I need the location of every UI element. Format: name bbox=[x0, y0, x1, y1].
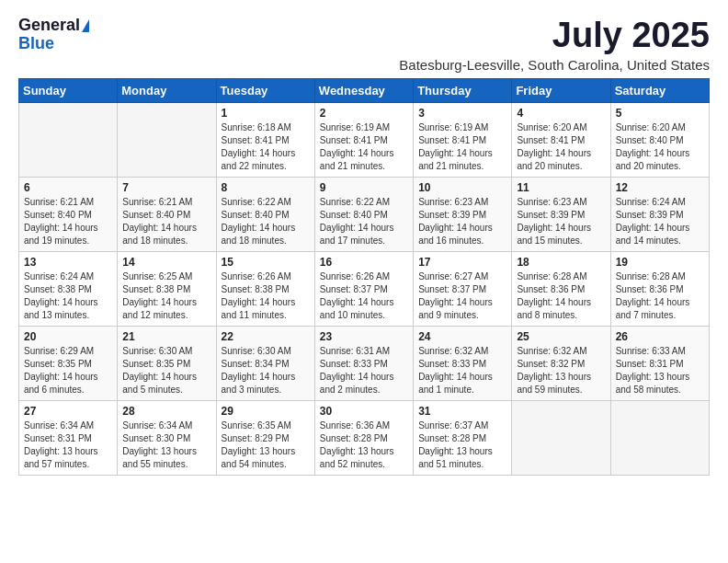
calendar-header-sunday: Sunday bbox=[19, 78, 118, 102]
day-info: Sunrise: 6:36 AM Sunset: 8:28 PM Dayligh… bbox=[320, 419, 408, 471]
day-number: 2 bbox=[320, 107, 408, 120]
day-info: Sunrise: 6:24 AM Sunset: 8:38 PM Dayligh… bbox=[24, 270, 112, 322]
calendar-day-cell: 27Sunrise: 6:34 AM Sunset: 8:31 PM Dayli… bbox=[19, 400, 118, 475]
calendar-day-cell: 15Sunrise: 6:26 AM Sunset: 8:38 PM Dayli… bbox=[216, 251, 314, 326]
day-number: 19 bbox=[616, 256, 704, 269]
day-number: 5 bbox=[616, 107, 704, 120]
day-info: Sunrise: 6:21 AM Sunset: 8:40 PM Dayligh… bbox=[122, 196, 210, 247]
calendar-day-cell: 1Sunrise: 6:18 AM Sunset: 8:41 PM Daylig… bbox=[216, 102, 314, 177]
calendar-day-cell: 8Sunrise: 6:22 AM Sunset: 8:40 PM Daylig… bbox=[216, 177, 314, 251]
calendar-day-cell: 17Sunrise: 6:27 AM Sunset: 8:37 PM Dayli… bbox=[414, 251, 512, 326]
header: General Blue July 2025 Batesburg-Leesvil… bbox=[18, 17, 710, 73]
day-number: 8 bbox=[222, 181, 310, 194]
day-number: 9 bbox=[320, 181, 408, 194]
day-number: 21 bbox=[122, 330, 210, 343]
day-number: 24 bbox=[418, 330, 506, 343]
day-info: Sunrise: 6:37 AM Sunset: 8:28 PM Dayligh… bbox=[418, 419, 506, 471]
day-number: 1 bbox=[222, 107, 310, 120]
day-info: Sunrise: 6:30 AM Sunset: 8:35 PM Dayligh… bbox=[122, 345, 210, 396]
day-info: Sunrise: 6:23 AM Sunset: 8:39 PM Dayligh… bbox=[418, 196, 506, 247]
calendar-day-cell: 9Sunrise: 6:22 AM Sunset: 8:40 PM Daylig… bbox=[314, 177, 413, 251]
calendar-day-cell: 25Sunrise: 6:32 AM Sunset: 8:32 PM Dayli… bbox=[512, 326, 610, 400]
calendar-day-cell: 5Sunrise: 6:20 AM Sunset: 8:40 PM Daylig… bbox=[610, 102, 709, 177]
day-info: Sunrise: 6:23 AM Sunset: 8:39 PM Dayligh… bbox=[517, 196, 605, 247]
day-info: Sunrise: 6:34 AM Sunset: 8:30 PM Dayligh… bbox=[122, 419, 210, 471]
day-info: Sunrise: 6:25 AM Sunset: 8:38 PM Dayligh… bbox=[122, 270, 210, 322]
calendar-day-cell: 31Sunrise: 6:37 AM Sunset: 8:28 PM Dayli… bbox=[414, 400, 512, 475]
calendar-day-cell bbox=[118, 102, 216, 177]
calendar-day-cell: 24Sunrise: 6:32 AM Sunset: 8:33 PM Dayli… bbox=[414, 326, 512, 400]
calendar-week-row: 13Sunrise: 6:24 AM Sunset: 8:38 PM Dayli… bbox=[19, 251, 710, 326]
day-number: 3 bbox=[418, 107, 506, 120]
page: General Blue July 2025 Batesburg-Leesvil… bbox=[0, 0, 728, 563]
calendar-day-cell bbox=[19, 102, 118, 177]
day-info: Sunrise: 6:29 AM Sunset: 8:35 PM Dayligh… bbox=[24, 345, 112, 396]
calendar-week-row: 27Sunrise: 6:34 AM Sunset: 8:31 PM Dayli… bbox=[19, 400, 710, 475]
day-number: 18 bbox=[517, 256, 605, 269]
calendar-day-cell: 29Sunrise: 6:35 AM Sunset: 8:29 PM Dayli… bbox=[216, 400, 314, 475]
calendar-day-cell: 3Sunrise: 6:19 AM Sunset: 8:41 PM Daylig… bbox=[414, 102, 512, 177]
day-number: 25 bbox=[517, 330, 605, 343]
calendar-week-row: 20Sunrise: 6:29 AM Sunset: 8:35 PM Dayli… bbox=[19, 326, 710, 400]
calendar-day-cell: 10Sunrise: 6:23 AM Sunset: 8:39 PM Dayli… bbox=[414, 177, 512, 251]
day-info: Sunrise: 6:22 AM Sunset: 8:40 PM Dayligh… bbox=[222, 196, 310, 247]
day-number: 30 bbox=[320, 405, 408, 418]
calendar-day-cell: 28Sunrise: 6:34 AM Sunset: 8:30 PM Dayli… bbox=[118, 400, 216, 475]
calendar-day-cell: 19Sunrise: 6:28 AM Sunset: 8:36 PM Dayli… bbox=[610, 251, 709, 326]
day-info: Sunrise: 6:19 AM Sunset: 8:41 PM Dayligh… bbox=[320, 121, 408, 173]
calendar-header-monday: Monday bbox=[118, 78, 216, 102]
calendar-day-cell: 18Sunrise: 6:28 AM Sunset: 8:36 PM Dayli… bbox=[512, 251, 610, 326]
calendar-day-cell: 14Sunrise: 6:25 AM Sunset: 8:38 PM Dayli… bbox=[118, 251, 216, 326]
calendar-day-cell: 21Sunrise: 6:30 AM Sunset: 8:35 PM Dayli… bbox=[118, 326, 216, 400]
day-info: Sunrise: 6:19 AM Sunset: 8:41 PM Dayligh… bbox=[418, 121, 506, 173]
calendar-header-thursday: Thursday bbox=[414, 78, 512, 102]
calendar-day-cell: 2Sunrise: 6:19 AM Sunset: 8:41 PM Daylig… bbox=[314, 102, 413, 177]
logo-blue-text: Blue bbox=[18, 35, 54, 53]
calendar-day-cell: 6Sunrise: 6:21 AM Sunset: 8:40 PM Daylig… bbox=[19, 177, 118, 251]
day-info: Sunrise: 6:35 AM Sunset: 8:29 PM Dayligh… bbox=[222, 419, 310, 471]
day-info: Sunrise: 6:32 AM Sunset: 8:32 PM Dayligh… bbox=[517, 345, 605, 396]
day-info: Sunrise: 6:20 AM Sunset: 8:40 PM Dayligh… bbox=[616, 121, 704, 173]
day-number: 23 bbox=[320, 330, 408, 343]
day-info: Sunrise: 6:32 AM Sunset: 8:33 PM Dayligh… bbox=[418, 345, 506, 396]
calendar-day-cell: 12Sunrise: 6:24 AM Sunset: 8:39 PM Dayli… bbox=[610, 177, 709, 251]
title-block: July 2025 Batesburg-Leesville, South Car… bbox=[399, 17, 710, 73]
calendar-header-row: SundayMondayTuesdayWednesdayThursdayFrid… bbox=[19, 78, 710, 102]
calendar-header-saturday: Saturday bbox=[610, 78, 709, 102]
day-info: Sunrise: 6:30 AM Sunset: 8:34 PM Dayligh… bbox=[222, 345, 310, 396]
title-month: July 2025 bbox=[399, 17, 710, 55]
calendar-day-cell: 23Sunrise: 6:31 AM Sunset: 8:33 PM Dayli… bbox=[314, 326, 413, 400]
day-number: 4 bbox=[517, 107, 605, 120]
title-location: Batesburg-Leesville, South Carolina, Uni… bbox=[399, 57, 710, 73]
day-number: 15 bbox=[222, 256, 310, 269]
day-number: 16 bbox=[320, 256, 408, 269]
day-info: Sunrise: 6:24 AM Sunset: 8:39 PM Dayligh… bbox=[616, 196, 704, 247]
calendar-week-row: 1Sunrise: 6:18 AM Sunset: 8:41 PM Daylig… bbox=[19, 102, 710, 177]
day-info: Sunrise: 6:33 AM Sunset: 8:31 PM Dayligh… bbox=[616, 345, 704, 396]
calendar-day-cell bbox=[512, 400, 610, 475]
calendar-header-tuesday: Tuesday bbox=[216, 78, 314, 102]
day-number: 12 bbox=[616, 181, 704, 194]
day-number: 31 bbox=[418, 405, 506, 418]
day-info: Sunrise: 6:18 AM Sunset: 8:41 PM Dayligh… bbox=[222, 121, 310, 173]
day-number: 13 bbox=[24, 256, 112, 269]
calendar-day-cell: 16Sunrise: 6:26 AM Sunset: 8:37 PM Dayli… bbox=[314, 251, 413, 326]
calendar-day-cell bbox=[610, 400, 709, 475]
logo-triangle-icon bbox=[82, 19, 89, 32]
day-info: Sunrise: 6:28 AM Sunset: 8:36 PM Dayligh… bbox=[616, 270, 704, 322]
day-number: 20 bbox=[24, 330, 112, 343]
day-info: Sunrise: 6:31 AM Sunset: 8:33 PM Dayligh… bbox=[320, 345, 408, 396]
calendar-week-row: 6Sunrise: 6:21 AM Sunset: 8:40 PM Daylig… bbox=[19, 177, 710, 251]
calendar-day-cell: 4Sunrise: 6:20 AM Sunset: 8:41 PM Daylig… bbox=[512, 102, 610, 177]
day-info: Sunrise: 6:34 AM Sunset: 8:31 PM Dayligh… bbox=[24, 419, 112, 471]
day-number: 27 bbox=[24, 405, 112, 418]
calendar-day-cell: 20Sunrise: 6:29 AM Sunset: 8:35 PM Dayli… bbox=[19, 326, 118, 400]
calendar-day-cell: 7Sunrise: 6:21 AM Sunset: 8:40 PM Daylig… bbox=[118, 177, 216, 251]
day-number: 29 bbox=[222, 405, 310, 418]
logo-general-text: General bbox=[18, 17, 80, 35]
day-number: 28 bbox=[122, 405, 210, 418]
day-number: 10 bbox=[418, 181, 506, 194]
day-info: Sunrise: 6:22 AM Sunset: 8:40 PM Dayligh… bbox=[320, 196, 408, 247]
day-number: 22 bbox=[222, 330, 310, 343]
day-info: Sunrise: 6:28 AM Sunset: 8:36 PM Dayligh… bbox=[517, 270, 605, 322]
